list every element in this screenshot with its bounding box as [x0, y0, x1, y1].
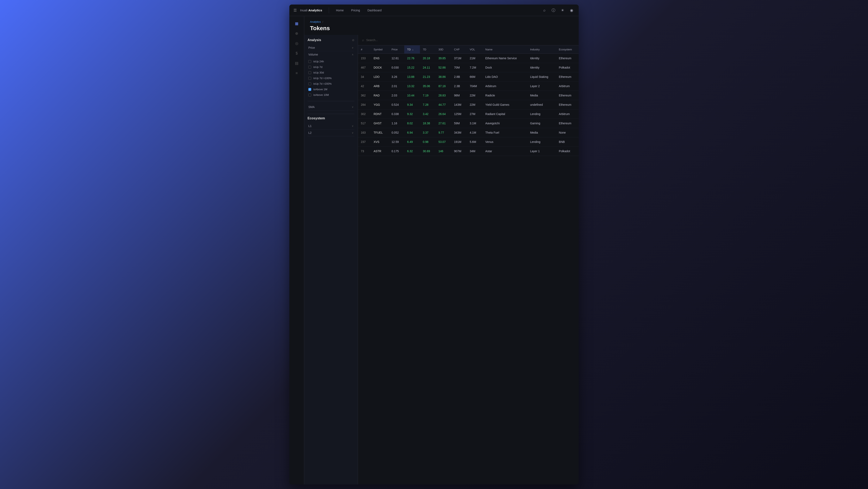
page-header: Analytics / Tokens — [304, 16, 579, 35]
filter-isup7d200[interactable]: isUp 7d >200% — [308, 81, 354, 87]
checkbox-isup7d200[interactable] — [308, 83, 311, 85]
col-symbol[interactable]: Symbol — [371, 45, 389, 54]
volume-checkboxes: isUp 24h isUp 7d isUp 30d — [308, 58, 354, 98]
cell-rank: 467 — [358, 63, 371, 72]
l2-label: L2 — [308, 131, 312, 134]
col-7d[interactable]: 7D — [420, 45, 436, 54]
cell-rank: 362 — [358, 91, 371, 100]
table-row[interactable]: 517 GHST 1.16 8.02 18.38 27.61 59M 3.1M … — [358, 119, 579, 128]
checkbox-isup24h[interactable] — [308, 60, 311, 63]
l1-chevron-icon: ∨ — [352, 125, 353, 127]
table-row[interactable]: 362 RAD 2.03 10.44 7.19 28.83 98M 22M Ra… — [358, 91, 579, 100]
table-row[interactable]: 34 LDO 3.26 13.88 21.23 38.86 2.8B 66M L… — [358, 72, 579, 82]
table-row[interactable]: 302 RDNT 0.338 9.32 3.42 26.64 125M 27M … — [358, 109, 579, 119]
col-price[interactable]: Price — [389, 45, 404, 54]
price-label: Price — [308, 46, 315, 50]
cell-30d: 44.77 — [435, 100, 451, 109]
cell-name: Lido DAO — [483, 72, 527, 82]
nav-home[interactable]: Home — [333, 7, 347, 13]
filter-isup7d100[interactable]: isUp 7d >100% — [308, 75, 354, 81]
col-rank[interactable]: # — [358, 45, 371, 54]
cell-industry: Lending — [527, 109, 556, 119]
cell-industry: Media — [527, 91, 556, 100]
col-name[interactable]: Name — [483, 45, 527, 54]
filter-isabove10m[interactable]: isAbove 10M — [308, 92, 354, 98]
col-td[interactable]: TD ↓ — [404, 45, 420, 54]
sidebar-layers-icon[interactable]: ≡ — [292, 69, 301, 77]
cell-rank: 153 — [358, 54, 371, 63]
sma-filter-row[interactable]: SMA ∨ — [308, 104, 354, 110]
info-icon[interactable]: ⓘ — [551, 7, 556, 13]
cell-cap: 125M — [451, 109, 467, 119]
table-header-row: # Symbol Price TD ↓ 7D 30D CAP VOL Name — [358, 45, 579, 54]
checkbox-isup30d[interactable] — [308, 71, 311, 74]
analysis-header: Analysis ⊘ — [308, 38, 354, 42]
menu-icon[interactable]: ☰ — [293, 8, 297, 12]
cell-cap: 907M — [451, 146, 467, 156]
l1-filter-row[interactable]: L1 ∨ — [308, 123, 354, 129]
cell-name: Theta Fuel — [483, 128, 527, 137]
sidebar-target-icon[interactable]: ◎ — [292, 39, 301, 47]
nav-pricing[interactable]: Pricing — [348, 7, 363, 13]
volume-filter-row[interactable]: Volume ∧ — [308, 51, 354, 58]
brightness-icon[interactable]: ☀ — [560, 7, 565, 13]
breadcrumb-parent[interactable]: Analytics — [310, 20, 321, 23]
cell-price: 2.03 — [389, 91, 404, 100]
sidebar-dollar-icon[interactable]: $ — [292, 49, 301, 57]
cell-cap: 371M — [451, 54, 467, 63]
sidebar-chart-icon[interactable]: ▦ — [292, 20, 301, 28]
checkbox-isup7d[interactable] — [308, 66, 311, 69]
col-30d[interactable]: 30D — [435, 45, 451, 54]
tokens-table: # Symbol Price TD ↓ 7D 30D CAP VOL Name — [358, 45, 579, 156]
checkbox-isabove1m[interactable] — [308, 88, 311, 91]
sidebar-file-icon[interactable]: ▤ — [292, 59, 301, 67]
cell-price: 2.01 — [389, 82, 404, 91]
table-row[interactable]: 467 DOCK 0.030 15.22 24.11 52.86 70M 7.2… — [358, 63, 579, 72]
checkbox-isabove10m[interactable] — [308, 94, 311, 96]
cell-symbol: YGG — [371, 100, 389, 109]
filter-clear-icon[interactable]: ⊘ — [352, 38, 354, 42]
cell-vol: 3.1M — [467, 119, 483, 128]
brand: Inuali Analytics — [300, 8, 322, 12]
search-input[interactable] — [366, 38, 575, 42]
l2-filter-row[interactable]: L2 ∨ — [308, 129, 354, 136]
cell-7d: 7.19 — [420, 91, 436, 100]
cell-rank: 237 — [358, 137, 371, 146]
col-ecosystem[interactable]: Ecosystem — [556, 45, 579, 54]
filter-isup24h[interactable]: isUp 24h — [308, 59, 354, 64]
user-icon[interactable]: ◉ — [569, 7, 575, 13]
table-row[interactable]: 284 YGG 0.524 9.34 7.28 44.77 143M 22M Y… — [358, 100, 579, 109]
cell-vol: 704M — [467, 82, 483, 91]
cell-name: Radiant Capital — [483, 109, 527, 119]
filter-isabove1m[interactable]: isAbove 1M — [308, 87, 354, 92]
cell-cap: 343M — [451, 128, 467, 137]
col-vol[interactable]: VOL — [467, 45, 483, 54]
cell-cap: 59M — [451, 119, 467, 128]
cell-ecosystem: Ethereum — [556, 91, 579, 100]
page-title: Tokens — [310, 25, 573, 32]
table-row[interactable]: 163 TFUEL 0.052 6.94 3.37 9.77 343M 4.1M… — [358, 128, 579, 137]
tokens-table-wrapper: # Symbol Price TD ↓ 7D 30D CAP VOL Name — [358, 45, 579, 485]
cell-price: 0.524 — [389, 100, 404, 109]
main-content: Analytics / Tokens Analysis ⊘ Price — [304, 16, 579, 485]
filter-isup30d[interactable]: isUp 30d — [308, 70, 354, 75]
cell-name: Yield Guild Games — [483, 100, 527, 109]
col-industry[interactable]: Industry — [527, 45, 556, 54]
cell-ecosystem: None — [556, 128, 579, 137]
filter-isup7d[interactable]: isUp 7d — [308, 64, 354, 70]
table-row[interactable]: 42 ARB 2.01 13.32 35.06 87.16 2.3B 704M … — [358, 82, 579, 91]
search-icon[interactable]: ⌕ — [541, 7, 547, 13]
cell-ecosystem: Polkadot — [556, 63, 579, 72]
col-cap[interactable]: CAP — [451, 45, 467, 54]
cell-td: 8.02 — [404, 119, 420, 128]
cell-td: 13.32 — [404, 82, 420, 91]
table-row[interactable]: 73 ASTR 0.175 6.32 30.69 146 907M 34M As… — [358, 146, 579, 156]
price-filter-row[interactable]: Price ∨ — [308, 44, 354, 51]
checkbox-isup7d100[interactable] — [308, 77, 311, 80]
table-row[interactable]: 237 XVS 12.59 6.49 0.98 53.07 191M 5.6M … — [358, 137, 579, 146]
sidebar-trophy-icon[interactable]: ⊕ — [292, 29, 301, 38]
nav-dashboard[interactable]: Dashboard — [365, 7, 384, 13]
table-row[interactable]: 153 ENS 12.61 22.76 20.18 39.85 371M 21M… — [358, 54, 579, 63]
cell-cap: 143M — [451, 100, 467, 109]
label-isup24h: isUp 24h — [313, 60, 324, 63]
